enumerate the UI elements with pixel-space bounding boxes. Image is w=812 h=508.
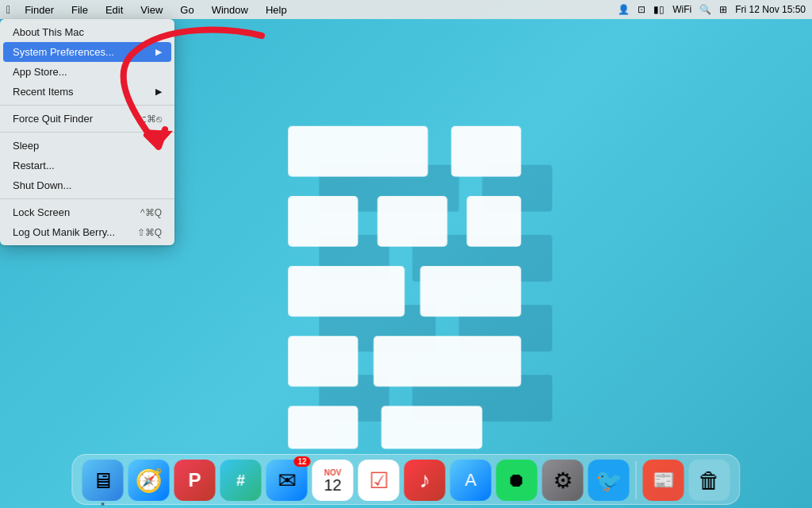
force-quit-shortcut: ⌥⌘⎋ xyxy=(136,114,162,125)
menubar-edit[interactable]: Edit xyxy=(102,4,126,16)
dock-icon-pocket[interactable]: P xyxy=(174,460,216,501)
separator-3 xyxy=(0,198,174,199)
svg-rect-13 xyxy=(467,196,522,247)
dock-icon-music[interactable]: ♪ xyxy=(404,460,446,501)
menubar-control-center-icon[interactable]: ⊞ xyxy=(719,4,727,15)
menubar-battery-icon[interactable]: ▮▯ xyxy=(653,4,665,15)
menu-app-store[interactable]: App Store... xyxy=(0,62,174,82)
menubar-file[interactable]: File xyxy=(68,4,91,16)
menu-sleep[interactable]: Sleep xyxy=(0,136,174,156)
menu-lock-screen[interactable]: Lock Screen ^⌘Q xyxy=(0,202,174,222)
menubar-window[interactable]: Window xyxy=(209,4,251,16)
dock-icon-mail[interactable]: ✉ 12 xyxy=(266,460,308,501)
menu-shutdown[interactable]: Shut Down... xyxy=(0,175,174,195)
menu-logout[interactable]: Log Out Manik Berry... ⇧⌘Q xyxy=(0,222,174,242)
dock: 🖥 🧭 P # ✉ 12 NOV 12 ☑ ♪ A ⏺ xyxy=(72,454,741,505)
menubar-airdrop-icon[interactable]: ⊡ xyxy=(638,4,645,15)
dock-icon-news[interactable]: 📰 xyxy=(643,460,684,501)
menubar-finder[interactable]: Finder xyxy=(21,4,57,16)
logout-shortcut: ⇧⌘Q xyxy=(137,227,162,238)
apple-dropdown-menu: About This Mac System Preferences... ▶ A… xyxy=(0,19,174,245)
separator-2 xyxy=(0,132,174,133)
menubar-help[interactable]: Help xyxy=(262,4,290,16)
svg-rect-12 xyxy=(377,196,447,247)
desktop:  Finder File Edit View Go Window Help 👤… xyxy=(0,0,812,508)
menu-system-preferences[interactable]: System Preferences... ▶ xyxy=(3,42,171,62)
svg-rect-11 xyxy=(288,196,358,247)
dock-icon-calendar[interactable]: NOV 12 xyxy=(312,460,354,501)
svg-rect-9 xyxy=(288,126,427,177)
dock-icon-slack[interactable]: # xyxy=(220,460,262,501)
dock-icon-spotify[interactable]: ⏺ xyxy=(496,460,538,501)
menubar-view[interactable]: View xyxy=(137,4,166,16)
svg-rect-19 xyxy=(381,406,482,448)
menu-recent-items[interactable]: Recent Items ▶ xyxy=(0,82,174,102)
apple-menu-button[interactable]:  xyxy=(6,3,10,16)
cursor-indicator: ▶ xyxy=(155,47,162,57)
dock-icon-twitter[interactable]: 🐦 xyxy=(588,460,630,501)
dock-separator xyxy=(636,461,637,499)
dock-icon-system-prefs[interactable]: ⚙ xyxy=(542,460,584,501)
svg-rect-16 xyxy=(288,336,358,387)
recent-items-arrow: ▶ xyxy=(155,87,162,97)
svg-rect-14 xyxy=(288,266,404,317)
background-logo xyxy=(246,79,579,460)
menubar-right: 👤 ⊡ ▮▯ WiFi 🔍 ⊞ Fri 12 Nov 15:50 xyxy=(618,4,806,15)
menubar-search-icon[interactable]: 🔍 xyxy=(699,4,711,15)
menu-restart[interactable]: Restart... xyxy=(0,156,174,175)
menubar-datetime: Fri 12 Nov 15:50 xyxy=(735,4,806,15)
separator-1 xyxy=(0,105,174,106)
lock-screen-shortcut: ^⌘Q xyxy=(140,207,162,218)
menubar-go[interactable]: Go xyxy=(177,4,197,16)
dock-icon-appstore[interactable]: A xyxy=(450,460,492,501)
menu-force-quit[interactable]: Force Quit Finder ⌥⌘⎋ xyxy=(0,109,174,129)
svg-rect-18 xyxy=(288,406,358,448)
menubar-wifi-icon[interactable]: WiFi xyxy=(672,4,691,15)
dock-icon-trash[interactable]: 🗑 xyxy=(689,460,730,501)
dock-icon-reminders[interactable]: ☑ xyxy=(358,460,400,501)
dock-icon-finder[interactable]: 🖥 xyxy=(82,460,124,501)
svg-rect-17 xyxy=(373,336,521,387)
menubar-person-icon[interactable]: 👤 xyxy=(618,4,630,15)
menubar-left:  Finder File Edit View Go Window Help xyxy=(6,3,290,16)
dock-icon-safari[interactable]: 🧭 xyxy=(128,460,170,501)
svg-rect-15 xyxy=(420,266,521,317)
menubar:  Finder File Edit View Go Window Help 👤… xyxy=(0,0,812,19)
svg-rect-10 xyxy=(451,126,521,177)
menu-about-this-mac[interactable]: About This Mac xyxy=(0,22,174,42)
